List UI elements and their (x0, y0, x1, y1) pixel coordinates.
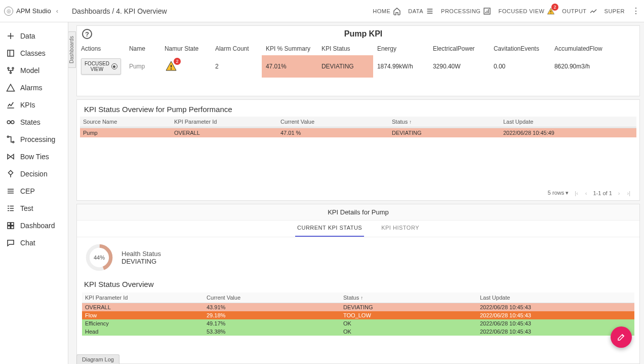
alert-icon (6, 83, 15, 92)
pager: 5 rows ▾ |‹ ‹ 1-1 of 1 › ›| (79, 187, 637, 198)
top-nav: HOME DATA PROCESSING FOCUSED VIEW 2 OUTP… (373, 6, 640, 16)
nav-processing[interactable]: PROCESSING (441, 7, 491, 15)
next-page-icon[interactable]: › (617, 190, 621, 196)
sidebar-item-processing[interactable]: Processing (0, 131, 68, 148)
more-menu-icon[interactable]: ⋮ (632, 6, 640, 16)
focused-view-button[interactable]: FOCUSED VIEW (81, 58, 121, 75)
st-cell-param: OVERALL (82, 303, 204, 312)
ov-col-src[interactable]: Source Name (80, 117, 171, 127)
topbar: ◎ APM Studio ‹ Dashboards / 4. KPI Overv… (0, 0, 644, 22)
sidebar-item-label: CEP (20, 187, 35, 195)
st-cell-status: DEVIATING (340, 303, 477, 312)
col-name: Name (125, 42, 160, 55)
cell-name: Pump (125, 55, 160, 78)
col-alarm: Alarm Count (211, 42, 262, 55)
svg-point-14 (171, 68, 172, 69)
dashboards-side-tab[interactable]: Dashboards (68, 31, 76, 68)
prev-page-icon[interactable]: ‹ (584, 190, 588, 196)
table-row[interactable]: Flow29.18%TOO_LOW2022/06/28 10:45:43 (82, 311, 634, 319)
donut-pct: 44% (84, 242, 114, 273)
first-page-icon[interactable]: |‹ (574, 190, 579, 196)
ov-col-status[interactable]: Status ↑ (389, 117, 500, 127)
breadcrumb: Dashboards / 4. KPI Overview (72, 7, 167, 15)
sidebar-item-label: Bow Ties (20, 153, 49, 161)
nav-super-label: SUPER (605, 8, 625, 14)
st-cell-updated: 2022/06/28 10:45:43 (477, 311, 634, 319)
graph-icon (6, 66, 15, 75)
st-col-updated[interactable]: Last Update (477, 293, 634, 303)
sidebar-item-data[interactable]: Data (0, 27, 68, 45)
table-row[interactable]: Head53.38%OK2022/06/28 10:45:43 (82, 327, 634, 336)
tab-current-kpi[interactable]: CURRENT KPI STATUS (295, 221, 364, 237)
focused-view-label: FOCUSED VIEW (85, 61, 109, 72)
edit-fab-button[interactable] (611, 326, 632, 348)
st-col-param[interactable]: KPI Parameter Id (82, 293, 204, 303)
pump-kpi-panel: ? Pump KPI Actions Name Namur State Alar… (76, 25, 640, 96)
overview-panel: KPI Status Overview for Pump Performance… (76, 99, 640, 201)
table-row[interactable]: Pump OVERALL 47.01 % DEVIATING 2022/06/2… (80, 128, 636, 138)
st-cell-updated: 2022/06/28 10:45:43 (477, 319, 634, 327)
svg-point-4 (12, 67, 14, 69)
help-icon[interactable]: ? (82, 29, 92, 39)
st-col-status[interactable]: Status ↑ (340, 293, 477, 303)
nav-output[interactable]: OUTPUT (562, 7, 597, 15)
sidebar-item-bowties[interactable]: Bow Ties (0, 148, 68, 165)
st-col-value[interactable]: Current Value (204, 293, 340, 303)
table-row[interactable]: Efficiency49.17%OK2022/06/28 10:45:43 (82, 319, 634, 327)
dropdown-icon: ▾ (566, 190, 569, 196)
nav-data[interactable]: DATA (408, 7, 434, 15)
nav-processing-label: PROCESSING (441, 8, 480, 14)
bowtie-icon (6, 152, 15, 161)
breadcrumb-page: 4. KPI Overview (116, 7, 167, 15)
cell-kpi-status: DEVIATING (317, 55, 373, 78)
last-page-icon[interactable]: ›| (626, 190, 631, 196)
table-row[interactable]: OVERALL43.91%DEVIATING2022/06/28 10:45:4… (82, 303, 634, 312)
sidebar-item-chat[interactable]: Chat (0, 234, 68, 251)
ov-col-value[interactable]: Current Value (277, 117, 389, 127)
breadcrumb-root[interactable]: Dashboards (72, 7, 110, 15)
app-logo-icon: ◎ (4, 7, 13, 16)
focused-badge: 2 (551, 4, 558, 11)
tab-kpi-history[interactable]: KPI HISTORY (379, 221, 421, 237)
st-col-status-label: Status (343, 295, 359, 301)
sidebar-item-alarms[interactable]: Alarms (0, 79, 68, 96)
nav-output-label: OUTPUT (562, 8, 586, 14)
details-title: KPI Details for Pump (77, 204, 639, 221)
page-size[interactable]: 5 rows ▾ (548, 190, 569, 196)
col-flow: AccumulatedFlow (550, 42, 639, 55)
ov-col-updated[interactable]: Last Update (500, 117, 636, 127)
table-row[interactable]: FOCUSED VIEW Pump 2 2 47.01% DEVIATING 1… (77, 55, 639, 78)
sidebar-item-classes[interactable]: Classes (0, 45, 68, 62)
page-size-label: 5 rows (548, 190, 564, 196)
ov-cell-src: Pump (80, 128, 171, 138)
diagram-log-tab[interactable]: Diagram Log (76, 354, 119, 364)
ov-col-param[interactable]: KPI Parameter Id (171, 117, 277, 127)
ov-cell-value: 47.01 % (277, 128, 389, 138)
svg-rect-10 (8, 223, 10, 225)
sidebar-item-label: Decision (20, 170, 48, 178)
col-power: ElectricalPower (429, 42, 490, 55)
sidebar-item-label: Alarms (20, 84, 43, 92)
pump-kpi-table: Actions Name Namur State Alarm Count KPI… (77, 42, 639, 78)
sidebar-item-dashboard[interactable]: Dashboard (0, 217, 68, 234)
svg-point-1 (551, 13, 551, 13)
svg-rect-2 (8, 50, 14, 56)
sidebar-item-test[interactable]: Test (0, 200, 68, 217)
plus-icon (6, 31, 15, 41)
sidebar-item-model[interactable]: Model (0, 62, 68, 79)
nav-super[interactable]: SUPER (605, 8, 625, 14)
st-cell-status: TOO_LOW (340, 311, 477, 319)
overview-title: KPI Status Overview for Pump Performance (77, 100, 639, 117)
sidebar-item-cep[interactable]: CEP (0, 183, 68, 200)
sidebar-item-states[interactable]: States (0, 114, 68, 131)
home-icon (393, 7, 401, 15)
sidebar-item-decision[interactable]: Decision (0, 165, 68, 183)
ov-cell-param: OVERALL (171, 128, 277, 138)
pencil-icon (617, 333, 626, 342)
sidebar-item-kpis[interactable]: KPIs (0, 96, 68, 114)
st-cell-value: 49.17% (204, 319, 340, 327)
nav-home[interactable]: HOME (373, 7, 401, 15)
collapse-sidebar-chevron-icon[interactable]: ‹ (56, 7, 58, 15)
nav-focused-view[interactable]: FOCUSED VIEW 2 (498, 7, 555, 15)
col-cav: CavitationEvents (490, 42, 550, 55)
